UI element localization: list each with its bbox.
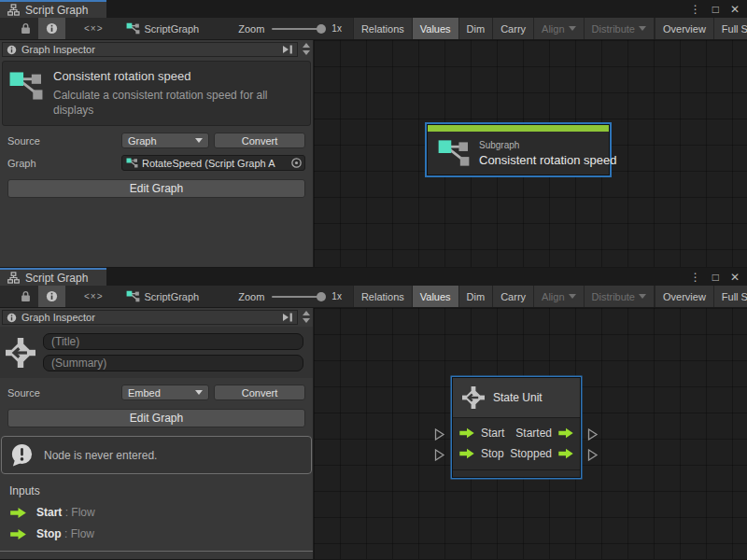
- inspector-scroll-arrows[interactable]: [303, 43, 310, 55]
- code-preview-button[interactable]: <×>: [77, 286, 111, 307]
- scroll-up-icon[interactable]: [303, 43, 310, 48]
- graph-row: Graph RotateSpeed (Script Graph A: [7, 155, 305, 171]
- close-icon[interactable]: ✕: [730, 4, 740, 15]
- info-icon: [46, 290, 58, 302]
- code-preview-button[interactable]: <×>: [77, 18, 111, 39]
- maximize-icon[interactable]: □: [712, 4, 719, 15]
- warning-box: Node is never entered.: [1, 436, 312, 474]
- input-port-label[interactable]: Stop: [481, 447, 504, 460]
- fullscreen-button[interactable]: Full Screen: [713, 18, 747, 39]
- subgraph-icon: [8, 71, 44, 101]
- carry-button[interactable]: Carry: [492, 18, 533, 39]
- script-graph-icon: [7, 4, 20, 16]
- zoom-slider[interactable]: [272, 28, 324, 30]
- zoom-control: Zoom 1x: [238, 291, 342, 302]
- node-title: Consistent rotation speed: [53, 69, 298, 83]
- graph-canvas[interactable]: State Unit Start Started Stop: [314, 308, 747, 559]
- graph-breadcrumb[interactable]: ScriptGraph: [126, 22, 200, 35]
- scroll-down-icon[interactable]: [303, 318, 310, 323]
- flow-arrow-icon[interactable]: [557, 427, 574, 439]
- inspector-scroll-arrows[interactable]: [303, 311, 310, 323]
- flow-arrow-icon: [9, 528, 27, 540]
- scroll-down-icon[interactable]: [303, 50, 310, 55]
- zoom-slider-handle[interactable]: [317, 292, 326, 301]
- dock-panel-icon[interactable]: [282, 313, 293, 322]
- input-port-stop: Stop : Flow: [9, 527, 303, 540]
- source-dropdown[interactable]: Embed: [121, 385, 209, 400]
- inspect-toggle-button[interactable]: [38, 18, 65, 39]
- tab-script-graph[interactable]: Script Graph: [0, 268, 106, 286]
- zoom-slider-handle[interactable]: [317, 24, 326, 34]
- graph-inspector-panel: Graph Inspector Consistent rotation spee…: [0, 40, 314, 267]
- lock-button[interactable]: [13, 286, 38, 307]
- external-port-triangle[interactable]: [434, 428, 445, 441]
- fullscreen-button[interactable]: Full Screen: [713, 286, 747, 307]
- graph-object-field[interactable]: RotateSpeed (Script Graph A: [121, 155, 305, 171]
- chevron-down-icon: [639, 294, 646, 299]
- source-dropdown[interactable]: Graph: [121, 133, 209, 148]
- source-row: Source Graph Convert: [7, 133, 305, 148]
- flow-arrow-icon[interactable]: [458, 448, 475, 459]
- align-dropdown[interactable]: Align: [533, 286, 583, 307]
- node-header-bar: [428, 125, 609, 132]
- external-port-triangle[interactable]: [434, 449, 445, 461]
- graph-toolbar: <×> ScriptGraph Zoom 1x Relations Values…: [0, 286, 747, 308]
- zoom-slider[interactable]: [272, 296, 324, 298]
- output-port-label[interactable]: Started: [515, 427, 552, 440]
- chevron-down-icon: [569, 26, 576, 31]
- align-dropdown[interactable]: Align: [533, 18, 583, 39]
- scroll-up-icon[interactable]: [303, 311, 310, 315]
- menu-icon[interactable]: ⋮: [690, 4, 701, 15]
- state-unit-icon: [6, 337, 35, 369]
- info-icon: [46, 22, 58, 35]
- distribute-dropdown[interactable]: Distribute: [584, 18, 655, 39]
- graph-name-label: ScriptGraph: [145, 23, 200, 35]
- overview-button[interactable]: Overview: [655, 286, 713, 307]
- chevron-down-icon: [195, 390, 203, 395]
- external-port-triangle[interactable]: [587, 449, 599, 461]
- relations-button[interactable]: Relations: [353, 18, 412, 39]
- graph-breadcrumb[interactable]: ScriptGraph: [126, 290, 200, 302]
- convert-button[interactable]: Convert: [214, 385, 305, 400]
- values-button[interactable]: Values: [412, 286, 458, 307]
- distribute-dropdown[interactable]: Distribute: [584, 286, 655, 307]
- state-unit-node[interactable]: State Unit Start Started Stop: [452, 377, 581, 478]
- script-graph-asset-icon: [126, 22, 140, 35]
- script-graph-icon: [7, 272, 20, 284]
- zoom-value: 1x: [331, 23, 342, 34]
- flow-arrow-icon[interactable]: [557, 448, 574, 459]
- tab-script-graph[interactable]: Script Graph: [0, 0, 106, 18]
- node-title-label: Consistent rotation speed: [479, 153, 616, 167]
- node-footer: [453, 469, 580, 477]
- dock-panel-icon[interactable]: [282, 45, 293, 54]
- object-picker-icon[interactable]: [290, 157, 303, 169]
- maximize-icon[interactable]: □: [712, 272, 719, 283]
- inspect-toggle-button[interactable]: [38, 286, 65, 307]
- output-port-label[interactable]: Stopped: [510, 447, 552, 460]
- lock-button[interactable]: [13, 18, 38, 39]
- overview-button[interactable]: Overview: [655, 18, 713, 39]
- edit-graph-button[interactable]: Edit Graph: [7, 409, 305, 427]
- dim-button[interactable]: Dim: [458, 286, 493, 307]
- graph-canvas[interactable]: Subgraph Consistent rotation speed: [314, 40, 747, 267]
- menu-icon[interactable]: ⋮: [690, 272, 701, 283]
- external-port-triangle[interactable]: [587, 428, 599, 441]
- convert-button[interactable]: Convert: [214, 133, 305, 148]
- script-graph-window-bottom: Script Graph ⋮ □ ✕ <×> ScriptGraph Zoom …: [0, 268, 747, 560]
- edit-graph-button[interactable]: Edit Graph: [7, 179, 305, 198]
- close-icon[interactable]: ✕: [730, 272, 740, 283]
- title-input[interactable]: [43, 333, 303, 350]
- lock-icon: [21, 290, 31, 302]
- zoom-label: Zoom: [238, 23, 264, 35]
- carry-button[interactable]: Carry: [492, 286, 533, 307]
- input-port-label[interactable]: Start: [481, 427, 504, 440]
- values-button[interactable]: Values: [412, 18, 458, 39]
- summary-input[interactable]: [43, 355, 303, 371]
- graph-title-summary-box: [0, 327, 313, 378]
- relations-button[interactable]: Relations: [353, 286, 412, 307]
- flow-arrow-icon[interactable]: [458, 427, 475, 439]
- graph-name-label: ScriptGraph: [145, 291, 200, 302]
- subgraph-node[interactable]: Subgraph Consistent rotation speed: [427, 124, 610, 175]
- dim-button[interactable]: Dim: [458, 18, 493, 39]
- section-divider: [0, 551, 313, 552]
